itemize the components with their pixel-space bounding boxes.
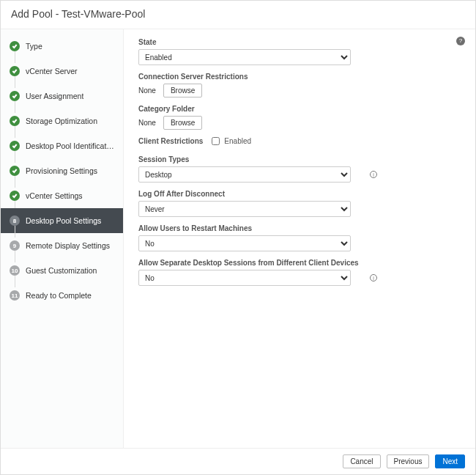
category-label: Category Folder — [138, 105, 461, 113]
info-icon[interactable]: i — [370, 171, 377, 178]
state-select[interactable]: Enabled — [138, 49, 351, 65]
field-category-folder: Category Folder None Browse — [138, 105, 461, 130]
form-content: ? State Enabled Connection Server Restri… — [124, 29, 475, 448]
category-value: None — [138, 119, 156, 127]
wizard-step-2[interactable]: vCenter Server — [1, 59, 123, 84]
step-label: Provisioning Settings — [26, 166, 97, 175]
client-restrictions-checkbox[interactable] — [212, 137, 220, 145]
next-button[interactable]: Next — [435, 454, 465, 468]
session-types-select[interactable]: Desktop — [138, 166, 351, 183]
wizard-step-10[interactable]: 10Guest Customization — [1, 258, 123, 283]
check-icon — [10, 91, 20, 101]
check-icon — [10, 166, 20, 176]
wizard-step-4[interactable]: Storage Optimization — [1, 108, 123, 133]
step-label: Storage Optimization — [26, 117, 97, 125]
step-label: Remote Display Settings — [26, 241, 110, 250]
state-label: State — [138, 38, 461, 46]
allow-separate-select[interactable]: No — [138, 270, 351, 286]
step-label: Type — [26, 42, 42, 51]
step-label: Ready to Complete — [26, 291, 92, 300]
check-icon — [10, 41, 20, 51]
field-allow-separate: Allow Separate Desktop Sessions from Dif… — [138, 259, 461, 286]
check-icon — [10, 116, 20, 126]
field-client-restrictions: Client Restrictions Enabled — [138, 137, 461, 145]
step-number-icon: 10 — [10, 265, 20, 276]
dialog-footer: Cancel Previous Next — [1, 448, 475, 474]
wizard-step-8[interactable]: 8Desktop Pool Settings — [1, 208, 123, 233]
wizard-step-1[interactable]: Type — [1, 34, 123, 59]
client-restrictions-label: Client Restrictions — [138, 137, 203, 145]
browse-connection-button[interactable]: Browse — [163, 84, 202, 97]
field-connection-restrictions: Connection Server Restrictions None Brow… — [138, 73, 461, 97]
allow-restart-label: Allow Users to Restart Machines — [138, 224, 461, 232]
connection-label: Connection Server Restrictions — [138, 73, 461, 81]
wizard-step-7[interactable]: vCenter Settings — [1, 183, 123, 208]
field-allow-restart: Allow Users to Restart Machines No — [138, 224, 461, 251]
allow-restart-select[interactable]: No — [138, 235, 351, 251]
dialog-title: Add Pool - Test-VMware-Pool — [1, 1, 475, 29]
step-label: vCenter Server — [26, 67, 78, 76]
connection-value: None — [138, 86, 156, 95]
wizard-step-9[interactable]: 9Remote Display Settings — [1, 233, 123, 258]
browse-category-button[interactable]: Browse — [163, 116, 202, 130]
wizard-step-3[interactable]: User Assignment — [1, 84, 123, 108]
wizard-step-5[interactable]: Desktop Pool Identification — [1, 133, 123, 158]
field-session-types: Session Types Desktop i — [138, 155, 461, 183]
previous-button[interactable]: Previous — [387, 454, 430, 468]
wizard-step-11[interactable]: 11Ready to Complete — [1, 283, 123, 308]
check-icon — [10, 66, 20, 76]
cancel-button[interactable]: Cancel — [343, 454, 380, 468]
step-label: vCenter Settings — [26, 191, 83, 200]
allow-separate-label: Allow Separate Desktop Sessions from Dif… — [138, 259, 461, 267]
wizard-steps-sidebar: TypevCenter ServerUser AssignmentStorage… — [1, 29, 124, 448]
logoff-select[interactable]: Never — [138, 201, 351, 217]
session-types-label: Session Types — [138, 155, 461, 163]
add-pool-dialog: Add Pool - Test-VMware-Pool TypevCenter … — [0, 0, 476, 475]
step-label: Desktop Pool Identification — [26, 141, 114, 150]
step-label: User Assignment — [26, 92, 83, 100]
step-label: Desktop Pool Settings — [26, 216, 101, 225]
help-icon[interactable]: ? — [456, 37, 465, 45]
client-restrictions-checkbox-label: Enabled — [224, 137, 251, 145]
wizard-step-6[interactable]: Provisioning Settings — [1, 158, 123, 183]
field-logoff: Log Off After Disconnect Never — [138, 190, 461, 217]
dialog-body: TypevCenter ServerUser AssignmentStorage… — [1, 29, 475, 448]
check-icon — [10, 141, 20, 151]
info-icon[interactable]: i — [370, 274, 377, 281]
field-state: State Enabled — [138, 38, 461, 65]
check-icon — [10, 191, 20, 201]
step-number-icon: 8 — [10, 216, 20, 226]
step-number-icon: 11 — [10, 290, 20, 301]
step-number-icon: 9 — [10, 240, 20, 251]
step-label: Guest Customization — [26, 266, 97, 275]
logoff-label: Log Off After Disconnect — [138, 190, 461, 198]
